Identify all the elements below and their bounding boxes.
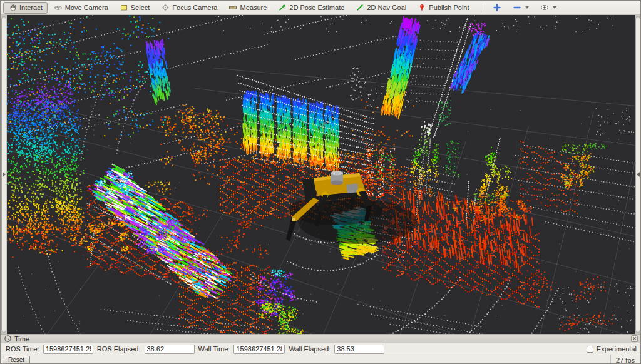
tool-button-2d-pose-estimate[interactable]: 2D Pose Estimate: [273, 2, 349, 14]
tool-button-focus-camera[interactable]: Focus Camera: [156, 2, 222, 14]
panel-collapse-handle-right[interactable]: [635, 15, 641, 334]
eye-icon: [540, 3, 549, 12]
splitter-handle-bar[interactable]: [635, 16, 640, 333]
expand-right-icon: [3, 172, 6, 177]
tool-button-select[interactable]: Select: [115, 2, 155, 14]
time-field-input-1[interactable]: [145, 345, 195, 354]
3d-viewport: [1, 15, 641, 334]
experimental-checkbox[interactable]: [587, 346, 593, 353]
tool-button-2d-nav-goal[interactable]: 2D Nav Goal: [351, 2, 411, 14]
fps-indicator: 27 fps: [610, 355, 640, 364]
time-field-input-0[interactable]: [43, 345, 93, 354]
time-panel: Time ✕ ROS Time:ROS Elapsed:Wall Time:Wa…: [1, 334, 641, 355]
orbit-icon: [54, 3, 63, 12]
expand-left-icon: [637, 172, 640, 177]
tool-button-label: Publish Point: [429, 4, 469, 11]
experimental-label: Experimental: [597, 345, 637, 353]
toolbar-separator: [481, 3, 481, 13]
time-field-label: ROS Time:: [6, 345, 39, 353]
tool-button-interact[interactable]: Interact: [3, 2, 48, 14]
clock-icon: [4, 335, 11, 342]
tool-button-publish-point[interactable]: Publish Point: [413, 2, 474, 14]
panel-collapse-handle-left[interactable]: [1, 15, 7, 334]
time-panel-close-icon[interactable]: ✕: [631, 335, 638, 342]
tool-button-label: 2D Nav Goal: [367, 4, 406, 11]
plus-icon: [493, 3, 501, 12]
time-panel-title: Time: [14, 335, 29, 343]
pointcloud-render-canvas[interactable]: [7, 15, 635, 334]
reset-button[interactable]: Reset: [3, 356, 30, 364]
splitter-handle-bar[interactable]: [1, 16, 6, 333]
tool-button-label: Measure: [240, 4, 267, 11]
rviz-window: InteractMove CameraSelectFocus CameraMea…: [0, 0, 641, 364]
time-field-label: Wall Elapsed:: [289, 345, 331, 353]
nav-arrow-icon: [356, 3, 364, 12]
tool-button-label: Select: [131, 4, 150, 11]
remove-display-button[interactable]: [508, 2, 534, 14]
tool-button-label: 2D Pose Estimate: [289, 4, 344, 11]
tool-button-label: Move Camera: [65, 4, 108, 11]
toolbar: InteractMove CameraSelectFocus CameraMea…: [1, 1, 641, 15]
minus-icon: [513, 3, 521, 12]
add-display-button[interactable]: [488, 2, 506, 14]
time-fields-row: ROS Time:ROS Elapsed:Wall Time:Wall Elap…: [1, 343, 641, 355]
time-panel-header[interactable]: Time ✕: [1, 334, 641, 343]
visibility-button[interactable]: [535, 2, 562, 14]
hand-icon: [8, 3, 17, 12]
tool-button-label: Interact: [19, 4, 43, 11]
pose-arrow-icon: [278, 3, 287, 12]
time-field-label: Wall Time:: [198, 345, 230, 353]
time-field-input-2[interactable]: [233, 345, 285, 354]
pin-icon: [418, 3, 426, 12]
chevron-down-icon: [553, 6, 556, 9]
chevron-down-icon: [525, 6, 529, 9]
tool-button-label: Focus Camera: [172, 4, 217, 11]
tool-button-measure[interactable]: Measure: [223, 2, 272, 14]
select-icon: [120, 3, 128, 12]
time-field-input-3[interactable]: [334, 345, 384, 354]
measure-icon: [228, 3, 237, 12]
focus-icon: [161, 3, 170, 12]
tool-button-move-camera[interactable]: Move Camera: [49, 2, 113, 14]
time-field-label: ROS Elapsed:: [97, 345, 141, 353]
status-bar: Reset 27 fps: [1, 355, 641, 364]
